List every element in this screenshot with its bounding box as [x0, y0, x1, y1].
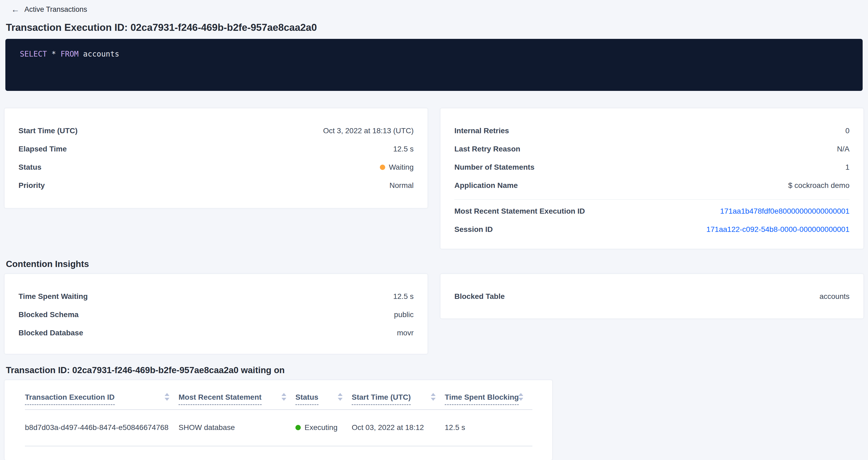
row-application-name: Application Name $ cockroach demo: [454, 176, 849, 195]
column-header-start-time[interactable]: Start Time (UTC): [352, 380, 445, 409]
row-internal-retries: Internal Retries 0: [454, 122, 849, 140]
row-time-spent-waiting: Time Spent Waiting 12.5 s: [19, 287, 414, 306]
row-label: Blocked Database: [19, 329, 83, 337]
page: ← Active Transactions Transaction Execut…: [0, 0, 868, 460]
row-value: $ cockroach demo: [788, 181, 849, 190]
row-label: Blocked Table: [454, 292, 505, 301]
waiting-transactions-table: Transaction Execution ID Most Recent Sta…: [25, 380, 532, 446]
page-title: Transaction Execution ID: 02ca7931-f246-…: [6, 22, 864, 33]
waiting-transactions-table-card: Transaction Execution ID Most Recent Sta…: [4, 380, 553, 460]
sql-keyword-select: SELECT: [20, 50, 47, 58]
row-value: Normal: [390, 181, 414, 190]
transaction-summary-card: Start Time (UTC) Oct 3, 2022 at 18:13 (U…: [4, 108, 428, 208]
row-elapsed-time: Elapsed Time 12.5 s: [19, 140, 414, 158]
row-label: Internal Retries: [454, 126, 509, 135]
row-blocked-schema: Blocked Schema public: [19, 306, 414, 324]
row-priority: Priority Normal: [19, 176, 414, 195]
row-label: Number of Statements: [454, 163, 534, 172]
sql-star: *: [52, 50, 56, 58]
sort-arrows-icon: [338, 393, 343, 401]
row-label: Status: [19, 163, 41, 172]
row-blocked-database: Blocked Database movr: [19, 324, 414, 342]
row-start-time: Start Time (UTC) Oct 3, 2022 at 18:13 (U…: [19, 122, 414, 140]
cell-start-time: Oct 03, 2022 at 18:12: [352, 409, 445, 446]
row-label: Start Time (UTC): [19, 126, 78, 135]
row-value: accounts: [819, 292, 849, 301]
column-header-status[interactable]: Status: [296, 380, 352, 409]
row-value: N/A: [837, 145, 849, 153]
contention-cards-row: Time Spent Waiting 12.5 s Blocked Schema…: [4, 274, 864, 354]
sort-arrows-icon: [164, 393, 169, 401]
row-label: Application Name: [454, 181, 518, 190]
cell-status: Executing: [296, 409, 352, 446]
contention-details-card: Time Spent Waiting 12.5 s Blocked Schema…: [4, 274, 428, 354]
column-header-label: Status: [296, 393, 318, 405]
statement-execution-id-link[interactable]: 171aa1b478fdf0e80000000000000001: [720, 207, 849, 216]
column-header-label: Time Spent Blocking: [445, 393, 519, 405]
column-header-time-spent-blocking[interactable]: Time Spent Blocking: [445, 380, 532, 409]
status-value: Waiting: [380, 163, 414, 172]
row-label: Most Recent Statement Execution ID: [454, 207, 585, 216]
row-value: movr: [397, 329, 414, 337]
breadcrumb-label: Active Transactions: [24, 5, 87, 14]
row-most-recent-statement-execution-id: Most Recent Statement Execution ID 171aa…: [454, 202, 849, 220]
row-last-retry-reason: Last Retry Reason N/A: [454, 140, 849, 158]
row-label: Session ID: [454, 225, 493, 234]
row-label: Blocked Schema: [19, 310, 79, 319]
cell-most-recent-statement: SHOW database: [179, 409, 296, 446]
row-status: Status Waiting: [19, 158, 414, 176]
row-session-id: Session ID 171aa122-c092-54b8-0000-00000…: [454, 220, 849, 239]
sql-statement-box: SELECT * FROM accounts: [5, 39, 863, 91]
sort-arrows-icon: [519, 393, 523, 401]
column-header-label: Start Time (UTC): [352, 393, 411, 405]
back-link-active-transactions[interactable]: ← Active Transactions: [11, 4, 87, 14]
card-divider: [454, 200, 849, 200]
column-header-transaction-execution-id[interactable]: Transaction Execution ID: [25, 380, 179, 409]
row-number-of-statements: Number of Statements 1: [454, 158, 849, 176]
row-value: public: [394, 310, 414, 319]
column-header-label: Transaction Execution ID: [25, 393, 115, 405]
sort-arrows-icon: [281, 393, 286, 401]
contention-insights-heading: Contention Insights: [6, 259, 864, 269]
status-text: Waiting: [389, 163, 414, 171]
cell-transaction-execution-id: b8d7d03a-d497-446b-8474-e50846674768: [25, 409, 179, 446]
table-row: b8d7d03a-d497-446b-8474-e50846674768 SHO…: [25, 409, 532, 446]
transaction-details-card: Internal Retries 0 Last Retry Reason N/A…: [440, 108, 864, 249]
status-executing-dot-icon: [296, 425, 301, 430]
row-label: Priority: [19, 181, 45, 190]
row-value: Oct 3, 2022 at 18:13 (UTC): [323, 126, 414, 135]
row-blocked-table: Blocked Table accounts: [454, 287, 849, 306]
row-label: Time Spent Waiting: [19, 292, 88, 301]
session-id-link[interactable]: 171aa122-c092-54b8-0000-000000000001: [706, 225, 849, 234]
status-text: Executing: [305, 423, 338, 432]
blocked-table-card: Blocked Table accounts: [440, 274, 864, 319]
table-header-row: Transaction Execution ID Most Recent Sta…: [25, 380, 532, 409]
row-value: 12.5 s: [393, 292, 414, 301]
summary-cards-row: Start Time (UTC) Oct 3, 2022 at 18:13 (U…: [4, 108, 864, 249]
column-header-most-recent-statement[interactable]: Most Recent Statement: [179, 380, 296, 409]
row-value: 12.5 s: [393, 145, 414, 153]
waiting-on-heading: Transaction ID: 02ca7931-f246-469b-b2fe-…: [6, 365, 864, 375]
row-label: Last Retry Reason: [454, 145, 520, 153]
row-value: 0: [845, 126, 849, 135]
sql-table-name: accounts: [83, 50, 119, 58]
sort-arrows-icon: [431, 393, 436, 401]
sql-statement: SELECT * FROM accounts: [20, 50, 848, 58]
sql-keyword-from: FROM: [61, 50, 79, 58]
column-header-label: Most Recent Statement: [179, 393, 261, 405]
row-label: Elapsed Time: [19, 145, 67, 153]
back-arrow-icon: ←: [11, 5, 20, 14]
row-value: 1: [845, 163, 849, 172]
status-waiting-dot-icon: [380, 164, 385, 170]
cell-time-spent-blocking: 12.5 s: [445, 409, 532, 446]
